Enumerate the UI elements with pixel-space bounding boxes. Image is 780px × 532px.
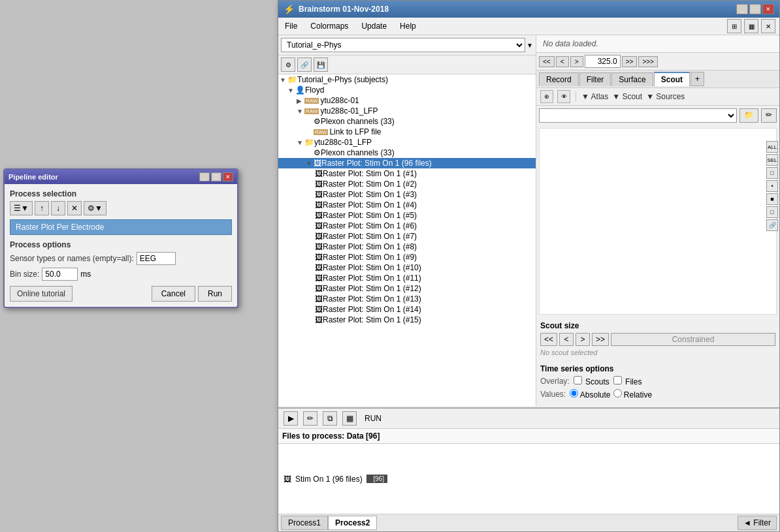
tree-item-raster-6[interactable]: 🖼 Raster Plot: Stim On 1 (#6)	[278, 221, 536, 231]
tab-surface[interactable]: Surface	[611, 72, 653, 86]
nav-prev-button[interactable]: <	[556, 56, 569, 67]
btab-process1[interactable]: Process1	[281, 516, 328, 530]
scouts-checkbox[interactable]	[574, 376, 582, 384]
tree-item-raster-3[interactable]: 🖼 Raster Plot: Stim On 1 (#3)	[278, 189, 536, 200]
menu-colormaps[interactable]: Colormaps	[308, 20, 351, 32]
files-checkbox[interactable]	[613, 376, 622, 384]
nav-value-input[interactable]	[585, 55, 621, 68]
move-down-button[interactable]: ↓	[51, 201, 65, 215]
nav-first-button[interactable]: <<	[539, 56, 555, 67]
files-checkbox-label[interactable]: Files	[613, 376, 642, 386]
main-close-button[interactable]: ✕	[762, 4, 774, 14]
scout-size-prev[interactable]: <	[559, 333, 574, 346]
tree-tool-2[interactable]: 🔗	[297, 57, 312, 72]
scout-dropdown[interactable]: ▼ Scout	[612, 92, 642, 101]
tab-scout[interactable]: Scout	[654, 72, 690, 86]
tree-root[interactable]: ▼ 📁 Tutorial_e-Phys (subjects)	[278, 74, 536, 85]
btab-process2[interactable]: Process2	[328, 516, 377, 530]
main-restore-button[interactable]: □	[749, 4, 761, 14]
cancel-button[interactable]: Cancel	[152, 286, 195, 302]
run-icon[interactable]: ▶	[284, 411, 298, 426]
table-icon[interactable]: ▦	[342, 411, 357, 426]
tree-item-raster-9[interactable]: 🖼 Raster Plot: Stim On 1 (#9)	[278, 252, 536, 262]
process-item[interactable]: Raster Plot Per Electrode	[10, 219, 232, 235]
process-toolbar: ☰▼ ↑ ↓ ✕ ⚙▼	[10, 201, 232, 215]
menu-help[interactable]: Help	[397, 20, 419, 32]
tree-tool-3[interactable]: 💾	[314, 57, 328, 72]
side-icon-all[interactable]: ALL	[766, 141, 778, 153]
scout-size-first[interactable]: <<	[540, 333, 557, 346]
layers-icon[interactable]: ⧉	[323, 411, 337, 426]
layout-icon-2[interactable]: ▦	[744, 19, 758, 33]
menu-update[interactable]: Update	[359, 20, 389, 32]
side-icon-square1[interactable]: □	[766, 167, 778, 179]
tree-item-raster-4[interactable]: 🖼 Raster Plot: Stim On 1 (#4)	[278, 200, 536, 210]
tree-item-raster-5[interactable]: 🖼 Raster Plot: Stim On 1 (#5)	[278, 210, 536, 221]
minimize-button[interactable]: _	[199, 172, 210, 181]
tree-item-raster-11[interactable]: 🖼 Raster Plot: Stim On 1 (#11)	[278, 273, 536, 283]
tree-item-raster-7[interactable]: 🖼 Raster Plot: Stim On 1 (#7)	[278, 231, 536, 242]
scout-search-select[interactable]	[539, 108, 737, 123]
tree-tool-1[interactable]: ⚙	[281, 57, 295, 72]
absolute-radio-label[interactable]: Absolute	[570, 389, 610, 399]
tree-item-raster-2[interactable]: 🖼 Raster Plot: Stim On 1 (#2)	[278, 179, 536, 189]
tree-item-raster-15[interactable]: 🖼 Raster Plot: Stim On 1 (#15)	[278, 315, 536, 325]
scout-edit-button[interactable]: ✏	[761, 108, 777, 123]
tree-item-raster-8[interactable]: 🖼 Raster Plot: Stim On 1 (#8)	[278, 242, 536, 252]
tree-item-link-lfp[interactable]: RAW Link to LFP file	[278, 127, 536, 137]
nav-end-button[interactable]: >>>	[638, 56, 658, 67]
tree-item-raster-14[interactable]: 🖼 Raster Plot: Stim On 1 (#14)	[278, 304, 536, 315]
relative-radio-label[interactable]: Relative	[613, 389, 653, 399]
tree-item-raster-13[interactable]: 🖼 Raster Plot: Stim On 1 (#13)	[278, 294, 536, 304]
tree-item-plexon-2[interactable]: ⚙ Plexon channels (33)	[278, 148, 536, 158]
side-icon-square2[interactable]: ■	[766, 193, 778, 205]
scout-size-last[interactable]: >>	[592, 333, 609, 346]
main-minimize-button[interactable]: _	[736, 4, 748, 14]
close-panel-icon[interactable]: ✕	[761, 19, 775, 33]
run-button[interactable]: Run	[198, 286, 232, 302]
move-up-button[interactable]: ↑	[35, 201, 49, 215]
bottom-tabs: Process1 Process2 ◄ Filter	[278, 514, 779, 531]
bin-size-input[interactable]	[42, 268, 78, 281]
side-icon-chain[interactable]: 🔗	[766, 219, 778, 231]
filter-button[interactable]: ◄ Filter	[738, 516, 777, 530]
nav-forward-button[interactable]: >>	[622, 56, 638, 67]
tree-item-ytu01[interactable]: ▶ RAW ytu288c-01	[278, 95, 536, 106]
nav-next-button[interactable]: >	[570, 56, 583, 67]
delete-process-button[interactable]: ✕	[67, 201, 82, 215]
tree-item-ytu01-lfp-raw[interactable]: ▼ RAW ytu288c-01_LFP	[278, 106, 536, 116]
online-tutorial-button[interactable]: Online tutorial	[10, 286, 73, 302]
relative-radio[interactable]	[613, 389, 622, 398]
absolute-radio[interactable]	[570, 389, 578, 398]
tree-item-raster-12[interactable]: 🖼 Raster Plot: Stim On 1 (#12)	[278, 283, 536, 294]
scout-folder-button[interactable]: 📁	[739, 108, 758, 123]
sensor-types-input[interactable]	[137, 252, 176, 265]
layout-icon-1[interactable]: ⊞	[727, 19, 741, 33]
restore-button[interactable]: □	[211, 172, 221, 181]
tree-item-raster-1[interactable]: 🖼 Raster Plot: Stim On 1 (#1)	[278, 168, 536, 179]
close-button[interactable]: ✕	[223, 172, 233, 181]
tree-item-raster-10[interactable]: 🖼 Raster Plot: Stim On 1 (#10)	[278, 262, 536, 273]
side-icon-dot[interactable]: •	[766, 180, 778, 192]
scout-grid-button[interactable]: ⊕	[540, 90, 553, 103]
pencil-icon[interactable]: ✏	[303, 411, 317, 426]
menu-file[interactable]: File	[282, 20, 300, 32]
add-process-button[interactable]: ☰▼	[10, 201, 33, 215]
atlas-dropdown[interactable]: ▼ Atlas	[581, 92, 608, 101]
subject-dropdown[interactable]: Tutorial_e-Phys	[281, 38, 525, 52]
tree-item-plexon-1[interactable]: ⚙ Plexon channels (33)	[278, 116, 536, 127]
scout-size-next[interactable]: >	[576, 333, 590, 346]
scout-view-button[interactable]: 👁	[557, 90, 570, 103]
tree-item-ytu01-lfp-folder[interactable]: ▼ 📁 ytu288c-01_LFP	[278, 137, 536, 148]
ytu01-lfp-raw-label: ytu288c-01_LFP	[320, 106, 378, 116]
tab-record[interactable]: Record	[539, 72, 579, 86]
config-button[interactable]: ⚙▼	[84, 201, 106, 215]
sources-dropdown[interactable]: ▼ Sources	[646, 92, 685, 101]
tree-item-floyd[interactable]: ▼ 👤 Floyd	[278, 85, 536, 95]
tab-filter[interactable]: Filter	[579, 72, 611, 86]
side-icon-square3[interactable]: □	[766, 206, 778, 218]
tab-add-button[interactable]: +	[691, 72, 704, 86]
tree-item-raster-root[interactable]: ▼ 🖼 Raster Plot: Stim On 1 (96 files)	[278, 158, 536, 168]
side-icon-sel[interactable]: SEL	[766, 154, 778, 166]
scouts-checkbox-label[interactable]: Scouts	[574, 376, 609, 386]
